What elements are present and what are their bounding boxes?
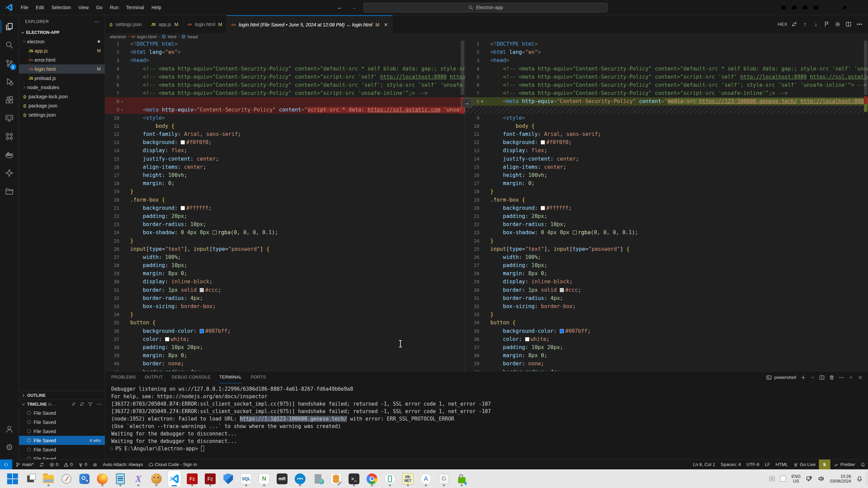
taskbar-gimp-script[interactable]: G	[437, 471, 450, 487]
code-line[interactable]: 34}	[105, 310, 465, 319]
code-line[interactable]: 12 background: #f0f0f0;	[465, 138, 868, 146]
code-line[interactable]: 9 <style>	[465, 114, 868, 122]
pin-icon[interactable]	[71, 402, 76, 406]
menu-run[interactable]: Run	[106, 0, 122, 15]
split-editor-icon[interactable]	[844, 20, 853, 29]
status-auto-attach[interactable]: Auto Attach: Always	[100, 460, 146, 469]
code-line[interactable]: 19.form-box {	[465, 196, 868, 204]
taskbar-file-explorer[interactable]	[42, 471, 55, 487]
filter-icon[interactable]	[88, 402, 93, 406]
code-line[interactable]: 6 <!-- <meta http-equiv="Content-Securit…	[465, 81, 868, 89]
menu-edit[interactable]: Edit	[32, 0, 48, 15]
tray-square-icon[interactable]	[780, 476, 786, 482]
code-line[interactable]: 33 box-sizing: border-box;	[105, 302, 465, 310]
activity-settings[interactable]: ⚙	[1, 438, 18, 456]
tab-login.html[interactable]: <>login.htmlM	[183, 15, 227, 33]
status-errors[interactable]: 0	[47, 460, 61, 469]
status-sync[interactable]	[37, 460, 47, 469]
code-line[interactable]: 8+ <meta http-equiv="Content-Security-Po…	[465, 97, 868, 105]
code-line[interactable]: 1<!DOCTYPE html>	[465, 40, 868, 48]
code-line[interactable]: 10 body {	[465, 122, 868, 130]
code-line[interactable]: 33}	[465, 310, 868, 319]
taskbar-winscp[interactable]	[455, 471, 468, 487]
code-line[interactable]: 28 padding: 10px;	[105, 261, 465, 269]
status-cursor-position[interactable]: Ln 8, Col 1	[690, 460, 718, 469]
taskbar-phone-link[interactable]	[383, 471, 396, 487]
network-icon[interactable]	[806, 475, 812, 482]
restore-button[interactable]	[837, 0, 852, 15]
toggle-sidebar-icon[interactable]	[778, 2, 789, 13]
code-line[interactable]: 30 border: 1px solid #ccc;	[465, 286, 868, 294]
activity-cloud-diamonds[interactable]	[1, 127, 18, 145]
panel-tab-output[interactable]: OUTPUT	[145, 371, 163, 383]
taskbar-filezilla[interactable]: Fz	[186, 471, 199, 487]
code-line[interactable]: 40 border-radius: 4px;	[465, 368, 868, 371]
status-warnings[interactable]: 0	[61, 460, 76, 469]
tree-item-electron[interactable]: electron	[19, 37, 105, 46]
code-line[interactable]: 2<html lang="en">	[465, 48, 868, 56]
code-line[interactable]: 13 background: #f0f0f0;	[105, 138, 465, 146]
code-line[interactable]: 7 <!-- <meta http-equiv="Content-Securit…	[465, 89, 868, 97]
swap-icon[interactable]	[789, 20, 799, 29]
code-line[interactable]: 1<!DOCTYPE html>	[105, 40, 465, 48]
code-line[interactable]: 13 display: flex;	[465, 146, 868, 155]
timeline-item[interactable]: File Saved	[19, 454, 105, 459]
code-line[interactable]: 36 color: white;	[465, 335, 868, 343]
code-line[interactable]: 25input[type="text"], input[type="passwo…	[465, 245, 868, 253]
taskbar-filezilla-server[interactable]: Fz	[204, 471, 217, 487]
taskbar-start[interactable]	[6, 471, 19, 487]
menu-help[interactable]: Help	[148, 0, 165, 15]
code-line[interactable]: 35 background-color: #007bff;	[465, 327, 868, 335]
taskbar-defender[interactable]	[222, 471, 235, 487]
tree-item-error.html[interactable]: <>error.html	[19, 55, 105, 64]
tab-settings.json[interactable]: {}settings.json	[105, 15, 146, 33]
tree-item-preload.js[interactable]: JSpreload.js	[19, 74, 105, 83]
status-ports[interactable]: 0	[76, 460, 90, 469]
taskbar-search-app[interactable]	[78, 471, 91, 487]
breadcrumb-html[interactable]: html	[161, 34, 177, 39]
code-line[interactable]: 18 margin: 0;	[105, 179, 465, 187]
taskbar-server-manager[interactable]	[312, 471, 324, 487]
code-line[interactable]: 30 display: inline-block;	[105, 278, 465, 286]
menu-file[interactable]: File	[17, 0, 32, 15]
gear-icon[interactable]	[833, 20, 842, 29]
code-line[interactable]: 15 justify-content: center;	[105, 155, 465, 163]
code-line[interactable]: 41 border-radius: 4px;	[105, 368, 465, 371]
activity-extensions[interactable]	[1, 90, 18, 109]
forward-arrow-icon[interactable]: →	[349, 3, 359, 12]
flag-icon[interactable]	[822, 20, 831, 29]
panel-tab-terminal[interactable]: TERMINAL	[219, 371, 242, 383]
code-line[interactable]: 37 padding: 10px 20px;	[465, 343, 868, 351]
timeline-item[interactable]: File Saved4 wks	[19, 436, 105, 445]
command-center-search[interactable]: Electron-app	[363, 3, 608, 13]
taskbar-mysql[interactable]: SQL	[240, 471, 253, 487]
code-line[interactable]: 8-	[105, 97, 465, 105]
activity-remote-explorer[interactable]	[1, 109, 18, 127]
activity-gemini-sparkle[interactable]	[1, 164, 18, 182]
code-line[interactable]: 35button {	[105, 319, 465, 327]
code-line[interactable]: 26 width: 100%;	[465, 253, 868, 261]
activity-docker[interactable]	[1, 145, 18, 164]
terminal-output[interactable]: Debugger listening on ws://127.0.0.1:229…	[105, 383, 868, 459]
show-desktop-button[interactable]	[867, 472, 868, 485]
tree-item-settings.json[interactable]: {}settings.json	[19, 110, 105, 119]
taskbar-browser-compass[interactable]	[60, 471, 73, 487]
clock[interactable]: 10:2603/06/2024	[830, 474, 851, 484]
code-line[interactable]: 29 display: inline-block;	[465, 278, 868, 286]
status-remote[interactable]	[0, 460, 12, 469]
close-panel-icon[interactable]	[858, 375, 863, 380]
status-indentation[interactable]: Spaces: 4	[718, 460, 744, 469]
status-lightning[interactable]	[819, 460, 830, 469]
tree-item-login.html[interactable]: <>login.htmlM	[19, 64, 105, 74]
next-change-icon[interactable]: ↓	[811, 20, 821, 29]
code-line[interactable]: 6 <!-- <meta http-equiv="Content-Securit…	[105, 81, 465, 89]
code-line[interactable]: 24}	[465, 237, 868, 245]
taskbar-openoffice[interactable]	[294, 471, 307, 487]
code-line[interactable]: 21 background: #ffffff;	[105, 204, 465, 212]
tab-login.html[interactable]: <>login.html (File Saved • June 5, 2024 …	[227, 15, 392, 33]
outline-section-header[interactable]: OUTLINE	[19, 391, 105, 400]
breadcrumb-head[interactable]: head	[181, 34, 198, 39]
code-line[interactable]	[465, 106, 868, 114]
code-line[interactable]: 39 border: none;	[465, 360, 868, 368]
status-branch[interactable]: main*	[13, 460, 37, 469]
